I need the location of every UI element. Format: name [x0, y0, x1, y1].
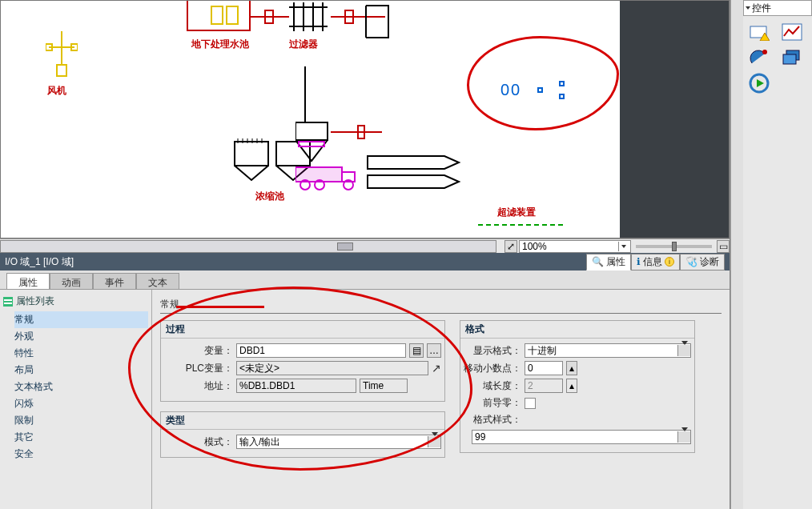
- property-form: 常规 过程 变量： DBD1 ▤ …: [152, 290, 730, 509]
- tab-diagnostics[interactable]: 🩺诊断: [680, 254, 725, 271]
- property-nav: 属性列表 常规 外观 特性 布局 文本格式 闪烁 限制 其它 安全: [0, 290, 152, 509]
- tab-info[interactable]: ℹ信息 i: [631, 254, 680, 271]
- property-tabs: 属性 动画 事件 文本: [0, 271, 730, 290]
- spin-len: ▴: [566, 379, 577, 393]
- spin-shift[interactable]: ▴: [566, 361, 577, 375]
- nav-item-flashing[interactable]: 闪烁: [14, 395, 148, 412]
- ultra-symbol: [478, 220, 566, 236]
- toolbox-title: 控件: [752, 2, 771, 15]
- chart-warn-icon[interactable]: [748, 22, 770, 42]
- fan-label: 风机: [47, 84, 66, 98]
- zoom-combo[interactable]: 100%: [519, 240, 631, 253]
- hmi-canvas[interactable]: 风机 地下处理水池 过滤器: [0, 0, 730, 238]
- annotation-underline: [176, 306, 264, 308]
- lbl-shift: 移动小数点：: [464, 362, 521, 375]
- lbl-pattern: 格式样式：: [464, 413, 521, 427]
- input-shift[interactable]: 0: [525, 361, 563, 375]
- fan-symbol: [46, 31, 78, 79]
- dock-button[interactable]: ▭: [717, 240, 730, 253]
- chevron-down-icon: [746, 6, 750, 10]
- svg-marker-44: [757, 79, 764, 87]
- list-icon: [3, 297, 13, 307]
- screens-icon[interactable]: [781, 48, 803, 67]
- proptab-animation[interactable]: 动画: [50, 273, 93, 289]
- bracket: [364, 4, 396, 41]
- nav-item-limits[interactable]: 限制: [14, 412, 148, 429]
- fit-button[interactable]: ⤢: [504, 240, 517, 253]
- inspector-object-name: I/O 域_1 [I/O 域]: [5, 255, 74, 269]
- nav-item-security[interactable]: 安全: [14, 446, 148, 463]
- line-chart-icon[interactable]: [781, 22, 803, 42]
- property-nav-title: 属性列表: [3, 293, 148, 310]
- nav-item-textformat[interactable]: 文本格式: [14, 379, 148, 395]
- proptab-properties[interactable]: 属性: [6, 273, 50, 289]
- proptab-text[interactable]: 文本: [136, 273, 179, 289]
- tab-properties[interactable]: 🔍属性: [586, 254, 631, 271]
- pond-inner: [211, 6, 239, 26]
- v-scrollbar[interactable]: [730, 0, 743, 509]
- chk-leadzero[interactable]: [525, 398, 536, 409]
- svg-rect-28: [299, 142, 324, 146]
- pond-label: 地下处理水池: [191, 38, 249, 51]
- toolbox-panel: 控件: [743, 0, 812, 509]
- svg-rect-6: [211, 6, 223, 24]
- annotation-circle-canvas: [467, 36, 619, 130]
- svg-rect-42: [783, 54, 796, 64]
- nav-item-appearance[interactable]: 外观: [14, 328, 148, 345]
- info-badge-icon: i: [665, 257, 674, 267]
- ultra-label: 超滤装置: [497, 206, 536, 219]
- group-format: 格式 显示格式： 十进制 移动小数点：: [460, 320, 695, 453]
- thickener-label: 浓缩池: [255, 190, 284, 203]
- media-play-icon[interactable]: [748, 74, 770, 93]
- zoom-slider[interactable]: [636, 245, 712, 248]
- zoom-value: 100%: [522, 241, 547, 252]
- nav-item-misc[interactable]: 其它: [14, 429, 148, 446]
- nav-item-general[interactable]: 常规: [14, 311, 148, 328]
- lbl-lead: 前导零：: [464, 396, 521, 410]
- combo-pattern[interactable]: 99: [472, 430, 691, 444]
- svg-rect-7: [227, 6, 238, 24]
- canvas-status-strip: ⤢ 100% ▭: [0, 238, 730, 253]
- satellite-icon[interactable]: [748, 48, 770, 67]
- lbl-display: 显示格式：: [464, 344, 521, 358]
- h-scrollbar[interactable]: [0, 240, 496, 253]
- inspector-titlebar: I/O 域_1 [I/O 域] 🔍属性 ℹ信息 i 🩺诊断: [0, 253, 730, 271]
- svg-rect-4: [57, 65, 66, 76]
- input-len: 2: [525, 379, 563, 393]
- combo-display[interactable]: 十进制: [525, 343, 691, 358]
- toolbox-header[interactable]: 控件: [743, 0, 812, 16]
- flow-arrows: [366, 150, 478, 190]
- proptab-events[interactable]: 事件: [93, 273, 136, 289]
- svg-rect-27: [295, 122, 328, 140]
- svg-point-40: [762, 50, 767, 54]
- svg-rect-18: [235, 142, 268, 166]
